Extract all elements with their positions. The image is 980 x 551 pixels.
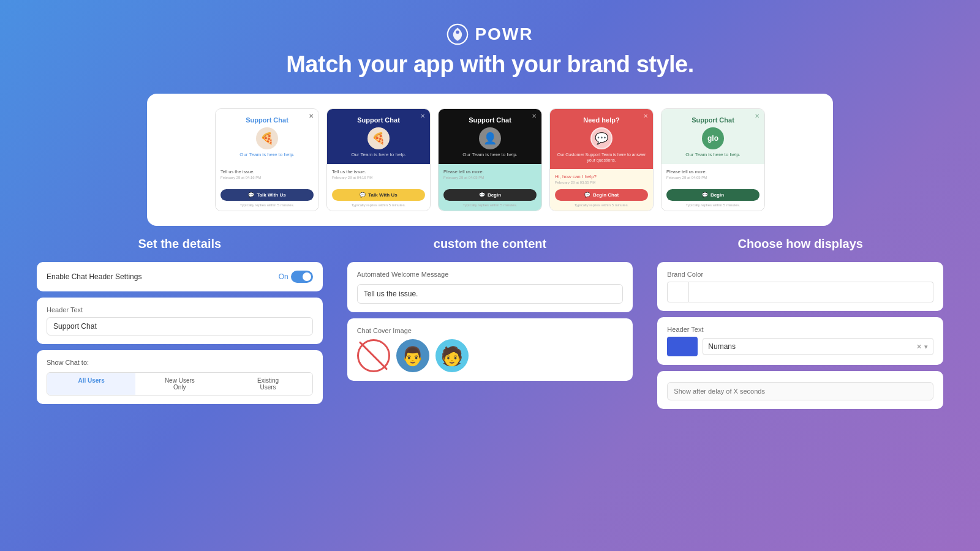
header-text-input[interactable] — [47, 317, 313, 335]
card5-close[interactable]: ✕ — [755, 113, 760, 119]
header-text-card: Header Text — [37, 298, 323, 344]
preview-card-2: ✕ Support Chat 🍕 Our Team is here to hel… — [326, 108, 431, 211]
card5-message: Please tell us more. — [666, 169, 760, 174]
bottom-section: Set the details Enable Chat Header Setti… — [37, 237, 943, 415]
delay-card — [657, 371, 943, 409]
card1-btn-label: Talk With Us — [257, 192, 285, 198]
card3-close[interactable]: ✕ — [532, 113, 537, 119]
card3-header: ✕ Support Chat 👤 Our Team is here to hel… — [439, 109, 541, 164]
show-chat-label: Show Chat to: — [47, 359, 313, 366]
card4-close[interactable]: ✕ — [643, 113, 648, 119]
card2-footer: Typically replies within 5 minutes. — [332, 203, 425, 207]
card1-date: February 28 at 04:16 PM — [221, 176, 314, 179]
card2-body: Tell us the issue. February 28 at 04:16 … — [327, 164, 430, 211]
welcome-message-input[interactable] — [357, 284, 624, 304]
middle-section-title: custom the content — [434, 237, 546, 251]
card4-message: Hi, how can I help? — [555, 174, 648, 179]
card2-header: ✕ Support Chat 🍕 Our Team is here to hel… — [327, 109, 430, 164]
card4-avatar: 💬 — [590, 127, 612, 149]
card1-body: Tell us the issue. February 28 at 04:16 … — [216, 164, 318, 211]
card5-body: Please tell us more. February 28 at 04:0… — [662, 164, 764, 211]
card3-btn[interactable]: 💬 Begin — [443, 189, 537, 201]
preview-card-3: ✕ Support Chat 👤 Our Team is here to hel… — [438, 108, 542, 211]
card5-btn-label: Begin — [710, 192, 724, 198]
card5-btn[interactable]: 💬 Begin — [666, 189, 760, 201]
left-section-title: Set the details — [138, 237, 222, 251]
card1-avatar: 🍕 — [256, 127, 278, 149]
card3-body: Please tell us more. February 28 at 04:0… — [439, 164, 541, 211]
toggle-row: Enable Chat Header Settings On — [47, 271, 313, 283]
card2-title: Support Chat — [333, 116, 424, 124]
font-dropdown-value: Numans — [708, 342, 736, 351]
card4-btn-icon: 💬 — [584, 192, 590, 198]
avatar-option-1[interactable]: 👨 — [396, 339, 429, 372]
color-preview-swatch[interactable] — [667, 282, 689, 302]
brand-color-card: Brand Color — [657, 262, 943, 311]
card2-date: February 28 at 04:16 PM — [332, 176, 425, 179]
card2-avatar: 🍕 — [368, 127, 390, 149]
radio-existing-users[interactable]: ExistingUsers — [224, 373, 312, 395]
dropdown-icons: ✕ ▾ — [916, 343, 928, 351]
color-input-row — [667, 282, 933, 302]
cover-image-card: Chat Cover Image 👨 🧑 — [347, 318, 633, 381]
left-column: Set the details Enable Chat Header Setti… — [37, 237, 323, 415]
show-chat-card: Show Chat to: All Users New UsersOnly Ex… — [37, 350, 323, 404]
card4-body: Hi, how can I help? February 28 at 03:55… — [550, 169, 653, 211]
card3-date: February 28 at 04:05 PM — [443, 176, 537, 179]
delay-input[interactable] — [667, 382, 933, 400]
cover-images-row: 👨 🧑 — [357, 339, 624, 372]
close-icon: ✕ — [916, 343, 922, 351]
card1-btn[interactable]: 💬 Talk With Us — [221, 189, 314, 201]
card2-btn[interactable]: 💬 Talk With Us — [332, 189, 425, 201]
preview-section: ✕ Support Chat 🍕 Our Team is here to hel… — [147, 94, 833, 226]
toggle-on-text: On — [279, 272, 288, 281]
card4-btn[interactable]: 💬 Begin Chat — [555, 189, 648, 201]
card5-subtitle: Our Team is here to help. — [668, 152, 758, 158]
card3-btn-label: Begin — [488, 192, 501, 198]
card4-header: ✕ Need help? 💬 Our Customer Support Team… — [550, 109, 653, 169]
card4-footer: Typically replies within 5 minutes. — [555, 203, 648, 207]
card2-btn-icon: 💬 — [360, 192, 366, 198]
card5-btn-icon: 💬 — [702, 192, 708, 198]
card5-footer: Typically replies within 5 minutes. — [666, 203, 760, 207]
font-color-swatch[interactable] — [667, 337, 698, 356]
chevron-down-icon: ▾ — [924, 343, 928, 351]
avatar-option-2[interactable]: 🧑 — [435, 339, 469, 372]
enable-chat-label: Enable Chat Header Settings — [47, 272, 141, 281]
card3-avatar: 👤 — [479, 127, 501, 149]
radio-group: All Users New UsersOnly ExistingUsers — [47, 372, 313, 395]
toggle-container: On — [279, 271, 313, 283]
cover-image-label: Chat Cover Image — [357, 327, 624, 334]
card1-close[interactable]: ✕ — [309, 113, 314, 119]
header-text-label: Header Text — [47, 306, 313, 313]
card5-title: Support Chat — [668, 116, 758, 124]
page-header: POWR Match your app with your brand styl… — [0, 0, 980, 88]
preview-card-5: ✕ Support Chat glo Our Team is here to h… — [661, 108, 765, 211]
toggle-switch[interactable] — [291, 271, 313, 283]
font-header-label: Header Text — [667, 326, 933, 333]
card5-header: ✕ Support Chat glo Our Team is here to h… — [662, 109, 764, 164]
card3-footer: Typically replies within 5 minutes. — [443, 203, 537, 207]
radio-new-users[interactable]: New UsersOnly — [135, 373, 224, 395]
color-text-input[interactable] — [689, 282, 933, 302]
card2-btn-label: Talk With Us — [368, 192, 397, 198]
powr-logo-icon — [447, 23, 469, 45]
card4-title: Need help? — [556, 116, 647, 124]
card2-message: Tell us the issue. — [332, 169, 425, 174]
radio-all-users[interactable]: All Users — [47, 373, 135, 395]
font-header-card: Header Text Numans ✕ ▾ — [657, 317, 943, 365]
page-tagline: Match your app with your brand style. — [0, 51, 980, 78]
font-dropdown[interactable]: Numans ✕ ▾ — [703, 338, 933, 355]
preview-card-1: ✕ Support Chat 🍕 Our Team is here to hel… — [215, 108, 319, 211]
card1-subtitle: Our Team is here to help. — [222, 152, 312, 158]
card2-close[interactable]: ✕ — [420, 113, 425, 119]
card1-header: ✕ Support Chat 🍕 Our Team is here to hel… — [216, 109, 318, 164]
card1-btn-icon: 💬 — [248, 192, 254, 198]
card4-btn-label: Begin Chat — [593, 192, 619, 198]
card1-footer: Typically replies within 5 minutes. — [221, 203, 314, 207]
card5-date: February 28 at 04:05 PM — [666, 176, 760, 179]
right-section-title: Choose how displays — [737, 237, 862, 251]
no-image-option[interactable] — [357, 339, 390, 372]
card3-subtitle: Our Team is here to help. — [445, 152, 535, 158]
card3-btn-icon: 💬 — [479, 192, 485, 198]
